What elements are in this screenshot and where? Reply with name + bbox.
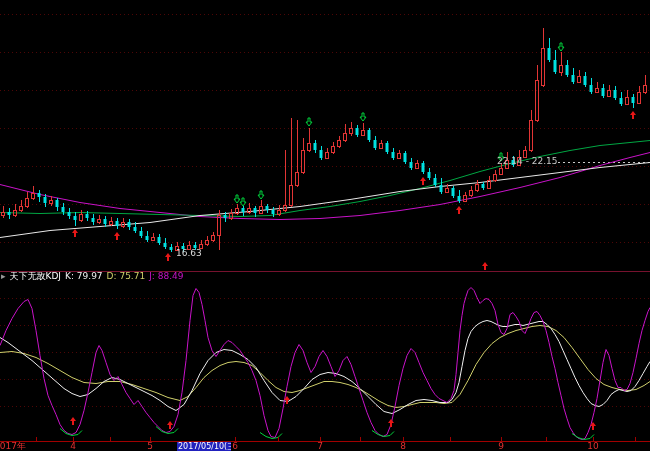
axis-year-label: 2017年 xyxy=(0,442,26,451)
date-axis-label: 6 xyxy=(232,442,238,451)
date-axis-label: 7 xyxy=(317,442,323,451)
lowest-price-label: 16.63 xyxy=(176,248,202,258)
selected-date-box: 2017/05/10(三 xyxy=(177,442,231,451)
date-axis-label: 4 xyxy=(70,442,76,451)
date-axis-label: 5 xyxy=(147,442,153,451)
kdj-indicator-legend: ▸天下无敌KDJK: 79.97D: 75.71J: 88.49 xyxy=(1,271,188,281)
gap-price-label: 22.14 - 22.15 xyxy=(497,156,558,166)
date-axis-label: 9 xyxy=(498,442,504,451)
kdj-d-value: D: 75.71 xyxy=(107,271,146,281)
stock-chart-app: ▸天下无敌KDJK: 79.97D: 75.71J: 88.49 16.63 2… xyxy=(0,0,650,451)
kdj-k-value: K: 79.97 xyxy=(65,271,103,281)
indicator-arrow-icon: ▸ xyxy=(1,271,6,281)
date-axis-label: 8 xyxy=(400,442,406,451)
kdj-indicator-title: 天下无敌KDJ xyxy=(10,271,62,281)
chart-canvas[interactable] xyxy=(0,0,650,451)
date-axis-label: 10 xyxy=(587,442,598,451)
kdj-j-value: J: 88.49 xyxy=(149,271,183,281)
